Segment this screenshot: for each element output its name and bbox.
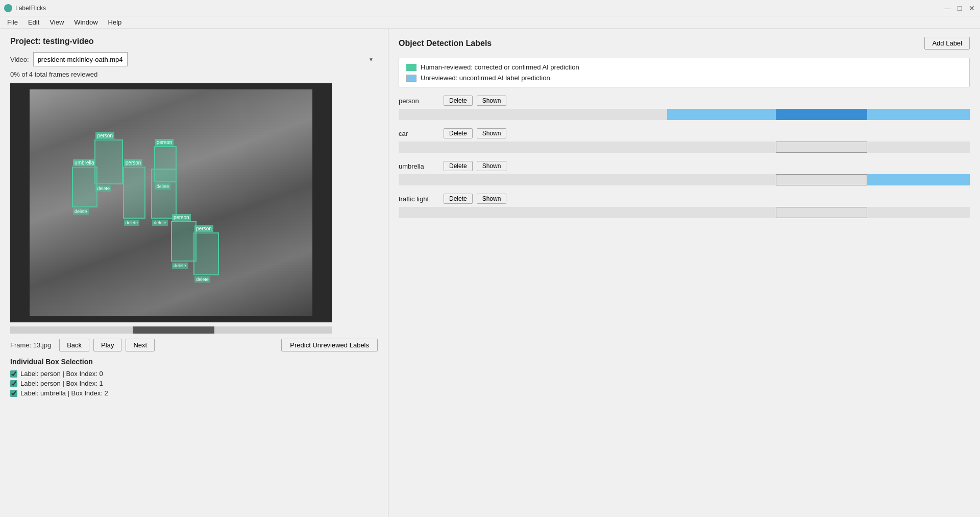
video-select[interactable]: president-mckinley-oath.mp4 xyxy=(33,52,128,66)
bbox-delete-person-0[interactable]: delete xyxy=(95,185,111,192)
bbox-person-4[interactable]: person delete xyxy=(171,221,197,262)
list-item: Label: person | Box Index: 1 xyxy=(10,380,378,387)
maximize-button[interactable]: □ xyxy=(955,4,964,12)
label-controls-person: person Delete Shown xyxy=(399,96,970,106)
left-panel: Project: testing-video Video: president-… xyxy=(0,29,388,517)
legend-unreviewed-text: Unreviewed: unconfirmed AI label predict… xyxy=(421,74,550,82)
checkbox-label-1: Label: person | Box Index: 1 xyxy=(20,380,103,387)
label-controls-traffic-light: traffic light Delete Shown xyxy=(399,194,970,204)
timeline-segment xyxy=(399,207,776,218)
delete-car-button[interactable]: Delete xyxy=(444,128,473,138)
add-label-button[interactable]: Add Label xyxy=(924,37,970,50)
timeline-segment xyxy=(776,109,867,120)
checkbox-person-1[interactable] xyxy=(10,380,17,387)
shown-car-button[interactable]: Shown xyxy=(477,128,507,138)
next-button[interactable]: Next xyxy=(126,339,155,351)
app-title: LabelFlicks xyxy=(15,5,943,12)
timeline-segment xyxy=(399,109,667,120)
bbox-umbrella-0[interactable]: umbrella delete xyxy=(72,167,97,207)
bbox-person-1[interactable]: person delete xyxy=(123,167,145,219)
minimize-button[interactable]: — xyxy=(943,4,951,12)
label-row-car: car Delete Shown xyxy=(399,128,970,153)
menu-window[interactable]: Window xyxy=(69,17,103,27)
menu-help[interactable]: Help xyxy=(103,17,127,27)
label-row-traffic-light: traffic light Delete Shown xyxy=(399,194,970,218)
checkbox-label-2: Label: umbrella | Box Index: 2 xyxy=(20,389,108,397)
bbox-label-umbrella-0: umbrella xyxy=(73,159,95,166)
bbox-label-person-2: person xyxy=(155,139,174,146)
video-label: Video: xyxy=(10,56,29,63)
bbox-person-5[interactable]: person delete xyxy=(193,232,219,275)
timeline-segment-outline xyxy=(776,174,867,185)
titlebar: LabelFlicks — □ ✕ xyxy=(0,0,980,16)
shown-person-button[interactable]: Shown xyxy=(477,96,507,106)
label-row-umbrella: umbrella Delete Shown xyxy=(399,161,970,185)
legend-box: Human-reviewed: corrected or confirmed A… xyxy=(399,58,970,87)
video-select-wrapper: president-mckinley-oath.mp4 xyxy=(33,52,378,66)
individual-selection-section: Individual Box Selection Label: person |… xyxy=(10,358,378,509)
bbox-label-person-5: person xyxy=(194,225,213,232)
individual-selection-title: Individual Box Selection xyxy=(10,358,378,366)
scrollbar-thumb[interactable] xyxy=(133,326,214,334)
video-frame-inner: person delete umbrella delete person del… xyxy=(30,89,312,316)
checkbox-umbrella-2[interactable] xyxy=(10,390,17,397)
video-selector-row: Video: president-mckinley-oath.mp4 xyxy=(10,52,378,66)
menu-edit[interactable]: Edit xyxy=(23,17,44,27)
bbox-label-person-0: person xyxy=(95,132,114,139)
frame-label: Frame: 13.jpg xyxy=(10,341,51,349)
back-button[interactable]: Back xyxy=(59,339,89,351)
video-container: person delete umbrella delete person del… xyxy=(10,83,332,322)
label-name-umbrella: umbrella xyxy=(399,162,439,170)
menu-view[interactable]: View xyxy=(44,17,69,27)
delete-umbrella-button[interactable]: Delete xyxy=(444,161,473,171)
project-title: Project: testing-video xyxy=(10,37,378,46)
legend-human-color xyxy=(406,64,416,71)
bbox-delete-umbrella-0[interactable]: delete xyxy=(73,208,89,215)
legend-human: Human-reviewed: corrected or confirmed A… xyxy=(406,63,962,71)
app-logo xyxy=(4,4,12,12)
bbox-person-3[interactable]: delete xyxy=(151,169,177,219)
label-controls-car: car Delete Shown xyxy=(399,128,970,138)
delete-person-button[interactable]: Delete xyxy=(444,96,473,106)
timeline-umbrella xyxy=(399,174,970,185)
checkbox-list: Label: person | Box Index: 0 Label: pers… xyxy=(10,370,378,397)
legend-human-text: Human-reviewed: corrected or confirmed A… xyxy=(421,63,579,71)
label-name-person: person xyxy=(399,97,439,105)
predict-button[interactable]: Predict Unreviewed Labels xyxy=(281,339,378,351)
timeline-segment xyxy=(867,207,970,218)
timeline-segment xyxy=(867,109,970,120)
legend-unreviewed: Unreviewed: unconfirmed AI label predict… xyxy=(406,74,962,82)
bbox-delete-person-4[interactable]: delete xyxy=(172,263,188,269)
video-background: person delete umbrella delete person del… xyxy=(10,83,332,322)
video-scrollbar[interactable] xyxy=(10,326,332,334)
timeline-traffic-light xyxy=(399,207,970,218)
shown-traffic-light-button[interactable]: Shown xyxy=(477,194,507,204)
timeline-car xyxy=(399,142,970,153)
close-button[interactable]: ✕ xyxy=(968,4,976,12)
bbox-delete-person-3[interactable]: delete xyxy=(152,220,168,226)
list-item: Label: person | Box Index: 0 xyxy=(10,370,378,378)
list-item: Label: umbrella | Box Index: 2 xyxy=(10,389,378,397)
bbox-delete-person-1[interactable]: delete xyxy=(124,220,140,226)
menubar: File Edit View Window Help xyxy=(0,16,980,29)
legend-unreviewed-color xyxy=(406,75,416,82)
label-controls-umbrella: umbrella Delete Shown xyxy=(399,161,970,171)
bbox-person-0[interactable]: person delete xyxy=(94,139,122,185)
play-button[interactable]: Play xyxy=(93,339,121,351)
timeline-segment xyxy=(399,174,776,185)
right-panel: Object Detection Labels Add Label Human-… xyxy=(388,29,980,517)
checkbox-person-0[interactable] xyxy=(10,370,17,378)
frames-info: 0% of 4 total frames reviewed xyxy=(10,70,378,78)
timeline-segment-outline xyxy=(776,207,867,218)
timeline-segment xyxy=(399,142,776,153)
label-name-car: car xyxy=(399,130,439,137)
object-detection-title: Object Detection Labels xyxy=(399,39,492,48)
label-name-traffic-light: traffic light xyxy=(399,195,439,203)
shown-umbrella-button[interactable]: Shown xyxy=(477,161,507,171)
bbox-delete-person-5[interactable]: delete xyxy=(194,276,210,283)
window-controls: — □ ✕ xyxy=(943,4,976,12)
timeline-person xyxy=(399,109,970,120)
label-row-person: person Delete Shown xyxy=(399,96,970,120)
menu-file[interactable]: File xyxy=(2,17,23,27)
delete-traffic-light-button[interactable]: Delete xyxy=(444,194,473,204)
